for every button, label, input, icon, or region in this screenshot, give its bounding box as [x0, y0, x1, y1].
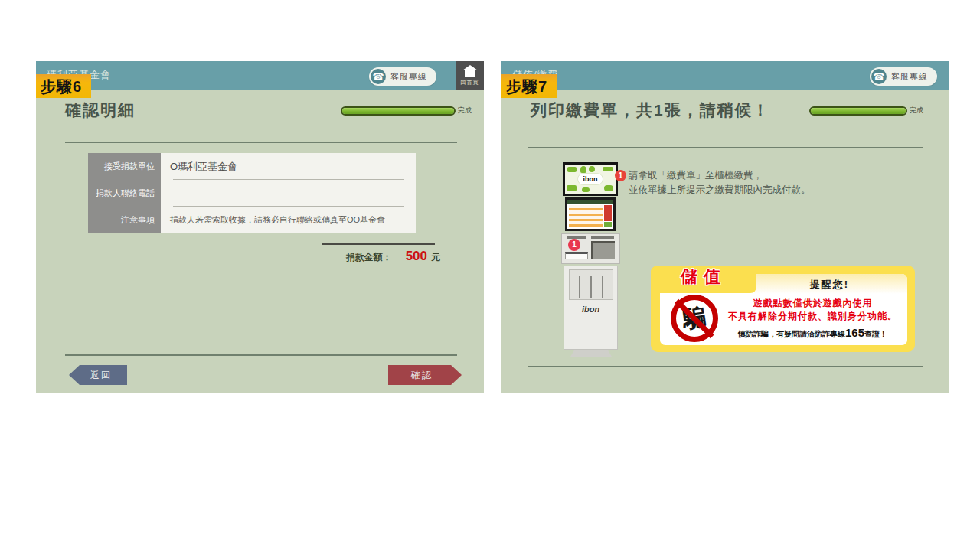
notice-text: 捐款人若需索取收據，請務必自行聯絡或傳真至OO基金會	[170, 214, 385, 226]
truck-icon	[567, 185, 577, 191]
row-value-field: 捐款人若需索取收據，請務必自行聯絡或傳真至OO基金會	[161, 207, 416, 233]
kiosk-recess-opening	[591, 241, 615, 259]
step7-page-title: 列印繳費單，共1張，請稍候！	[531, 99, 770, 121]
amount-unit: 元	[431, 251, 440, 264]
cabinet-inset-panel	[569, 269, 613, 300]
kiosk-top-sign: ibon	[563, 162, 618, 196]
step-number-icon: 1	[615, 170, 626, 181]
warning-title: 提醒您!	[752, 274, 907, 294]
bag-icon	[580, 166, 586, 173]
printer-step-badge: 1	[568, 239, 580, 251]
step7-progress: 完成	[809, 106, 939, 116]
row-label: 注意事項	[88, 207, 161, 233]
no-fraud-icon: 騙	[671, 295, 718, 342]
kiosk-printer-panel: 1	[561, 233, 620, 264]
receipt-output-slot	[565, 252, 588, 259]
home-icon	[465, 70, 475, 77]
support-hotline-button[interactable]: ☎ 客服專線	[369, 67, 436, 86]
step7-header-bar: 儲值/繳費 ☎ 客服專線	[501, 61, 949, 90]
screen-photo	[604, 222, 612, 227]
step7-screenshot-panel: 儲值/繳費 ☎ 客服專線 步驟7 列印繳費單，共1張，請稍候！ 完成	[501, 61, 949, 393]
cabinet-slot-line	[579, 276, 580, 298]
printer-slot	[567, 236, 586, 239]
step6-page-title: 確認明細	[65, 99, 136, 121]
step6-screenshot-panel: 瑪利亞基金會 ☎ 客服專線 回首頁 步驟6 確認明細 完成 接受捐款單位 O瑪利…	[36, 61, 484, 393]
step6-progress: 完成	[341, 106, 484, 116]
hotline-number: 165	[845, 326, 864, 339]
row-label: 捐款人聯絡電話	[88, 180, 161, 207]
clock-icon	[589, 166, 595, 172]
cabinet-slot-line	[590, 276, 592, 298]
kiosk-base	[570, 350, 612, 357]
home-button[interactable]: 回首頁	[456, 61, 484, 90]
print-instruction: 1 請拿取「繳費單」至櫃檯繳費， 並依單據上所提示之繳費期限內完成付款。	[615, 168, 811, 197]
table-row: 接受捐款單位 O瑪利亞基金會	[88, 153, 416, 180]
warning-red-line1: 遊戲點數僅供於遊戲內使用	[720, 297, 906, 310]
amount-value: 500	[406, 249, 427, 264]
row-label: 接受捐款單位	[88, 153, 161, 180]
printer-slot	[591, 236, 614, 239]
divider	[528, 366, 923, 367]
people-icon	[604, 185, 613, 191]
support-hotline-button[interactable]: ☎ 客服專線	[870, 67, 937, 86]
table-row: 注意事項 捐款人若需索取收據，請務必自行聯絡或傳真至OO基金會	[88, 207, 416, 233]
slide-canvas: 瑪利亞基金會 ☎ 客服專線 回首頁 步驟6 確認明細 完成 接受捐款單位 O瑪利…	[0, 0, 980, 551]
donation-amount-row: 捐款金額： 500 元	[266, 249, 440, 264]
progress-bar	[809, 106, 907, 116]
progress-bar	[341, 106, 456, 116]
cabinet-slot-line	[602, 276, 603, 298]
step6-header-bar: 瑪利亞基金會 ☎ 客服專線 回首頁	[36, 61, 484, 90]
warning-hotline-line: 慎防詐騙，有疑問請洽防詐專線165查證！	[720, 326, 906, 340]
divider	[528, 147, 923, 148]
progress-label: 完成	[910, 106, 923, 116]
amount-divider	[322, 243, 435, 245]
warning-red-line2: 不具有解除分期付款、識別身分功能。	[720, 310, 906, 323]
donation-summary-table: 接受捐款單位 O瑪利亞基金會 捐款人聯絡電話 注意事項 捐款人若需索取收據，請務…	[88, 153, 416, 233]
instruction-line1: 請拿取「繳費單」至櫃檯繳費，	[629, 168, 763, 183]
screen-promo-banner	[604, 205, 612, 221]
topup-tag: 儲值	[651, 266, 756, 293]
cart-icon	[582, 187, 590, 192]
donation-unit-value: O瑪利亞基金會	[170, 160, 237, 174]
progress-label: 完成	[458, 106, 472, 116]
hotline-prefix: 慎防詐騙，有疑問請洽防詐專線	[738, 330, 845, 338]
anti-fraud-warning-box: 提醒您! 騙 遊戲點數僅供於遊戲內使用 不具有解除分期付款、識別身分功能。 慎防…	[651, 266, 915, 352]
utensils-icon	[603, 167, 613, 171]
row-value-field	[161, 180, 416, 207]
phone-icon: ☎	[371, 69, 386, 84]
warning-text-block: 遊戲點數僅供於遊戲內使用 不具有解除分期付款、識別身分功能。 慎防詐騙，有疑問請…	[720, 297, 906, 340]
confirm-button[interactable]: 確認	[388, 365, 462, 385]
row-value-field: O瑪利亞基金會	[161, 153, 416, 180]
hotline-suffix: 查證！	[864, 330, 887, 338]
step6-label: 步驟6	[36, 74, 91, 98]
divider	[65, 142, 457, 143]
divider	[65, 354, 457, 356]
screen-header-strip	[567, 200, 613, 204]
back-button[interactable]: 返回	[69, 365, 127, 385]
airplane-icon	[567, 167, 577, 172]
instruction-line2: 並依單據上所提示之繳費期限內完成付款。	[615, 183, 811, 197]
ibon-cabinet-logo: ibon	[564, 305, 617, 314]
kiosk-screen-menu	[569, 205, 603, 227]
ibon-logo: ibon	[577, 173, 603, 185]
kiosk-cabinet: ibon	[564, 266, 618, 350]
step7-label: 步驟7	[501, 74, 557, 98]
kiosk-touchscreen	[565, 197, 616, 231]
ibon-kiosk-illustration: ibon 1 ibo	[561, 159, 621, 357]
table-row: 捐款人聯絡電話	[88, 180, 416, 207]
amount-label: 捐款金額：	[346, 251, 392, 264]
phone-icon: ☎	[871, 69, 887, 84]
